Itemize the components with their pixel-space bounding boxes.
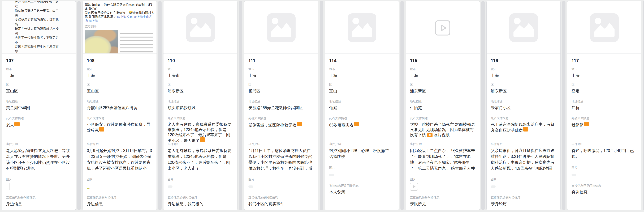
field-label-address: 地址描述 — [248, 100, 314, 103]
attachment-thumbnail[interactable] — [329, 171, 395, 179]
field-value-event: 封控期间因生理、心理上极度痛苦，选择跳楼 — [329, 148, 395, 159]
field-label-event: 事件介绍 — [87, 142, 152, 146]
has-media-badge — [14, 122, 20, 126]
has-media-badge — [99, 127, 104, 131]
field-value-city: 上海 — [329, 73, 395, 78]
field-direct-or-indirect: 直接信息还是间接信息 身边信息，我们楼的 — [168, 196, 233, 207]
record-fields: 107 城市 上海 区 宝山区 地址描述 美兰湖中华园 死者大体描述 老人 事件… — [2, 58, 76, 207]
record-card[interactable]: 116 城市 上海 区 浦东新区 地址描述 朱家门小区 死者大体描述 死于浦东医… — [486, 1, 560, 210]
field-deceased-description: 死者大体描述 我奶奶 — [572, 116, 637, 142]
field-direct-or-indirect: 直接信息还是间接信息 身边信息 — [572, 184, 637, 195]
attachment-thumbnail[interactable] — [572, 171, 637, 179]
field-city: 城市 上海 — [87, 67, 152, 78]
field-value-deceased: 小区保安，连续两周高强度值班，导致猝死 — [87, 122, 152, 133]
text-article-image[interactable] — [120, 30, 153, 54]
cabbage-photo[interactable] — [85, 30, 118, 54]
screenshot-thumbnail[interactable] — [6, 183, 10, 190]
field-district: 区 宝山区 — [6, 83, 72, 94]
record-card[interactable]: 117 城市 上海 区 嘉定 地址描述 江桥 死者大体描述 我奶奶 事件介绍 — [567, 1, 642, 210]
attachment-thumbnail[interactable] — [168, 183, 233, 191]
image-placeholder-icon — [325, 13, 399, 42]
field-label-district: 区 — [572, 83, 637, 86]
field-label-event: 事件介绍 — [572, 142, 637, 146]
field-label-deceased: 死者大体描述 — [6, 116, 72, 120]
record-cover[interactable]: 分左右联系上中华西居委会，通过 微信语音确认了这一事实。由于需 要保护患者家属的… — [2, 1, 76, 54]
view-translation-link[interactable]: 查看翻译 — [85, 25, 154, 29]
field-address: 地址描述 丹霞山路257弄馨佳园八街坊 — [87, 100, 152, 111]
record-cover[interactable] — [406, 1, 480, 54]
card-scrollbar[interactable] — [400, 1, 404, 210]
field-value-district: 浦东新区 — [168, 88, 233, 94]
field-label-event: 事件介绍 — [168, 142, 233, 146]
field-direct-or-indirect: 直接信息还是间接信息 身边信息 — [87, 196, 152, 207]
field-label-event: 事件介绍 — [329, 142, 395, 146]
card-scrollbar[interactable] — [481, 1, 485, 210]
card-scrollbar[interactable] — [562, 1, 566, 210]
record-card[interactable]: 114 城市 上海 区 宝山 地址描述 铂庭 死者大体描述 65岁癌症患者 事件… — [325, 1, 399, 210]
record-card[interactable]: 110 城市 上海市 区 浦东新区 地址描述 航头镇鹤沙航城 死者大体描述 老人… — [163, 1, 238, 210]
record-cover[interactable] — [486, 1, 560, 54]
field-value-event: 3月9日起开始封控，3月14日解封。3月23日又一轮封控开始，期间这位保安始终没… — [87, 148, 152, 171]
field-value-event: 父亲周嘉祖，肾衰且瘫痪在床靠血透维持生命，3.21住进第七人民医院肾病科治疗，由… — [491, 148, 556, 171]
attachment-thumbnail[interactable] — [491, 183, 556, 191]
card-scrollbar[interactable] — [320, 1, 323, 210]
field-value-city: 上海 — [572, 73, 637, 78]
cover-chat-screenshot: 分左右联系上中华西居委会，通过 微信语音确认了这一事实。由于需 要保护患者家属的… — [2, 1, 76, 53]
field-value-direct: 身边信息 — [87, 201, 152, 207]
record-card[interactable]: 分左右联系上中华西居委会，通过 微信语音确认了这一事实。由于需 要保护患者家属的… — [2, 1, 76, 210]
field-value-direct: 亲身经历 — [491, 201, 556, 207]
field-value-address: 美兰湖中华园 — [6, 105, 72, 111]
field-image: 图片 — [410, 178, 476, 191]
image-placeholder-icon — [486, 13, 560, 42]
field-district: 区 宝山 — [329, 83, 395, 94]
field-city: 城市 上海 — [248, 67, 314, 78]
field-label-address: 地址描述 — [410, 100, 476, 103]
field-image: 图片 — [87, 178, 152, 191]
card-scrollbar[interactable] — [239, 1, 242, 210]
card-scrollbar[interactable] — [643, 1, 644, 210]
attachment-thumbnail[interactable] — [248, 183, 314, 191]
video-thumbnail[interactable] — [410, 183, 418, 191]
weibo-text-line2: 别的区都已经分发过几批物资了请问我们顾村人民是只配喝西北风吗？ @上海发布 @上… — [85, 11, 154, 23]
record-fields: 117 城市 上海 区 嘉定 地址描述 江桥 死者大体描述 我奶奶 事件介绍 — [568, 58, 641, 195]
record-cover[interactable] — [568, 1, 641, 54]
card-scrollbar[interactable] — [77, 1, 81, 210]
record-card[interactable]: 111 城市 上海 区 杨浦区 地址描述 安波路265弄兰花教师公寓南区 死者大… — [244, 1, 318, 210]
field-value-direct: 身边信息 — [572, 189, 637, 195]
record-card[interactable]: 115 城市 上海 区 浦东新区 地址描述 仁怡苑 死者大体描述 封控，跳楼自杀… — [406, 1, 480, 210]
field-value-address: 丹霞山路257弄馨佳园八街坊 — [87, 105, 152, 111]
field-address: 地址描述 航头镇鹤沙航城 — [168, 100, 233, 111]
field-label-image: 图片 — [572, 166, 637, 169]
field-value-district: 宝山区 — [6, 88, 72, 94]
field-label-address: 地址描述 — [329, 100, 395, 103]
attachment-thumbnail[interactable] — [87, 183, 152, 191]
image-placeholder-icon — [244, 13, 318, 42]
empty-attachment-pill — [248, 185, 253, 188]
attachment-thumbnail[interactable] — [410, 183, 476, 191]
field-label-event: 事件介绍 — [248, 142, 314, 146]
record-cover[interactable] — [244, 1, 318, 54]
card-scrollbar[interactable] — [158, 1, 162, 210]
field-city: 城市 上海 — [572, 67, 637, 78]
field-value-city: 上海 — [6, 73, 72, 78]
record-card[interactable]: 运输有时间，为什么跟居委会的60的菜能到，还好多是烂的 别的区都已经分发过几批物… — [82, 1, 157, 210]
field-direct-or-indirect: 直接信息还是间接信息 我们小区的真实事件 — [248, 196, 314, 207]
field-value-direct: 亲眼所见 — [410, 201, 476, 207]
field-address: 地址描述 江桥 — [572, 100, 637, 111]
record-cover[interactable] — [164, 1, 237, 54]
record-cover[interactable] — [325, 1, 399, 54]
field-value-district: 宝山区 — [87, 88, 152, 94]
record-fields: 108 城市 上海 区 宝山区 地址描述 丹霞山路257弄馨佳园八街坊 死者大体… — [83, 58, 156, 207]
field-label-city: 城市 — [248, 67, 314, 71]
field-deceased-description: 死者大体描述 65岁癌症患者 — [329, 116, 395, 142]
screenshot-thumbnail[interactable] — [87, 183, 90, 190]
field-image: 图片 — [248, 178, 314, 191]
field-label-district: 区 — [87, 83, 152, 86]
attachment-thumbnail[interactable] — [6, 183, 72, 191]
field-image: 图片 — [6, 178, 72, 191]
record-cover[interactable]: 运输有时间，为什么跟居委会的60的菜能到，还好多是烂的 别的区都已经分发过几批物… — [83, 1, 156, 54]
field-label-direct: 直接信息还是间接信息 — [491, 196, 556, 199]
field-label-deceased: 死者大体描述 — [410, 116, 476, 120]
field-value-address: 仁怡苑 — [410, 105, 476, 111]
record-id: 111 — [248, 58, 314, 64]
